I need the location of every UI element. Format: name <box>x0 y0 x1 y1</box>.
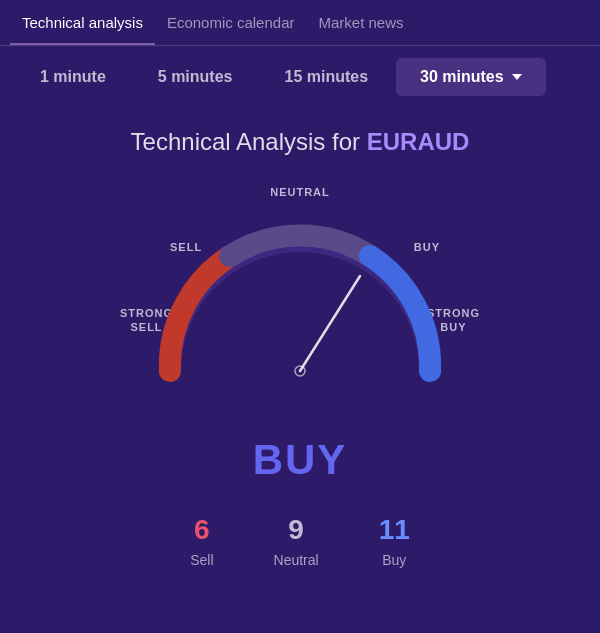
gauge-svg <box>150 201 450 401</box>
stat-buy: 11 Buy <box>379 514 410 568</box>
signal-label: BUY <box>253 436 348 484</box>
stat-neutral-label: Neutral <box>274 552 319 568</box>
label-neutral: NEUTRAL <box>270 186 330 198</box>
dropdown-arrow-icon <box>512 74 522 80</box>
stat-sell-value: 6 <box>194 514 210 546</box>
stat-buy-value: 11 <box>379 514 410 546</box>
tab-market[interactable]: Market news <box>306 0 415 45</box>
gauge-widget: NEUTRAL SELL BUY STRONGSELL STRONGBUY <box>110 186 490 426</box>
svg-line-0 <box>300 276 360 371</box>
stat-neutral: 9 Neutral <box>274 514 319 568</box>
stats-row: 6 Sell 9 Neutral 11 Buy <box>0 514 600 588</box>
tab-economic[interactable]: Economic calendar <box>155 0 307 45</box>
symbol-label: EURAUD <box>367 128 470 155</box>
main-content: Technical Analysis for EURAUD NEUTRAL SE… <box>0 108 600 588</box>
time-tab-30min[interactable]: 30 minutes <box>396 58 546 96</box>
stat-sell: 6 Sell <box>190 514 213 568</box>
stat-neutral-value: 9 <box>288 514 304 546</box>
stat-buy-label: Buy <box>382 552 406 568</box>
stat-sell-label: Sell <box>190 552 213 568</box>
tab-technical[interactable]: Technical analysis <box>10 0 155 45</box>
nav-tabs: Technical analysis Economic calendar Mar… <box>0 0 600 46</box>
time-tab-15min[interactable]: 15 minutes <box>260 58 392 96</box>
time-tab-1min[interactable]: 1 minute <box>16 58 130 96</box>
time-period-tabs: 1 minute 5 minutes 15 minutes 30 minutes <box>0 46 600 108</box>
analysis-title: Technical Analysis for EURAUD <box>131 128 470 156</box>
time-tab-5min[interactable]: 5 minutes <box>134 58 257 96</box>
